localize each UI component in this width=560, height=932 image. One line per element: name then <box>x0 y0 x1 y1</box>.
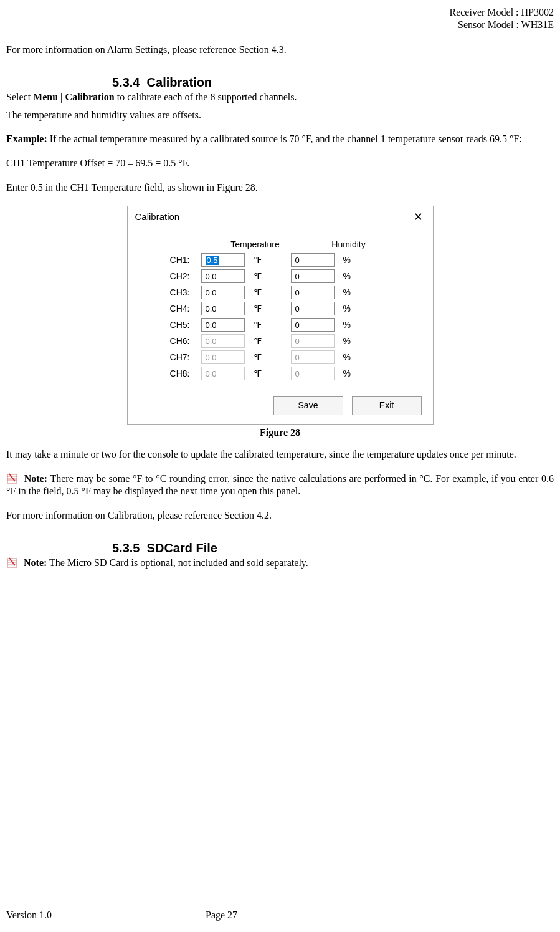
calibration-row: CH6:0.0℉0% <box>128 334 433 348</box>
calibration-row: CH5:0.0℉0% <box>128 318 433 332</box>
unit-percent: % <box>335 255 381 265</box>
page-header: Receiver Model : HP3002 Sensor Model : W… <box>6 6 554 31</box>
heading-534-num: 5.3.4 <box>112 75 140 89</box>
temperature-input[interactable]: 0.0 <box>201 318 245 332</box>
after-figure-para: It may take a minute or two for the cons… <box>6 448 554 461</box>
unit-fahrenheit: ℉ <box>245 336 291 346</box>
save-button[interactable]: Save <box>273 396 343 415</box>
enter-line: Enter 0.5 in the CH1 Temperature field, … <box>6 181 554 195</box>
unit-fahrenheit: ℉ <box>245 352 291 362</box>
calibration-row: CH8:0.0℉0% <box>128 367 433 380</box>
unit-percent: % <box>335 304 381 314</box>
page-number: Page 27 <box>206 910 237 921</box>
channel-label: CH4: <box>128 304 201 314</box>
figure-caption: Figure 28 <box>6 427 554 438</box>
example-label: Example: <box>6 133 47 144</box>
calib-ref-line: For more information on Calibration, ple… <box>6 509 554 522</box>
heading-534-title: Calibration <box>147 75 212 89</box>
svg-rect-0 <box>7 474 17 483</box>
unit-percent: % <box>335 271 381 281</box>
unit-fahrenheit: ℉ <box>245 271 291 281</box>
note-2: Note: The Micro SD Card is optional, not… <box>6 557 554 570</box>
dialog-titlebar: Calibration ✕ <box>128 206 433 228</box>
humidity-input: 0 <box>291 350 335 364</box>
temperature-input[interactable]: 0.5 <box>201 253 245 267</box>
channel-label: CH2: <box>128 271 201 281</box>
unit-percent: % <box>335 352 381 362</box>
humidity-input: 0 <box>291 334 335 348</box>
sensor-model: Sensor Model : WH31E <box>6 19 554 31</box>
receiver-model: Receiver Model : HP3002 <box>6 6 554 19</box>
humidity-input[interactable]: 0 <box>291 318 335 332</box>
channel-label: CH6: <box>128 336 201 346</box>
example-para: Example: If the actual temperature measu… <box>6 133 554 146</box>
heading-535: 5.3.5 SDCard File <box>112 541 554 555</box>
channel-label: CH1: <box>128 255 201 265</box>
calibration-row: CH2:0.0℉0% <box>128 269 433 283</box>
calibration-row: CH3:0.0℉0% <box>128 286 433 299</box>
calibration-row: CH7:0.0℉0% <box>128 350 433 364</box>
note1-label: Note: <box>24 473 47 484</box>
col-temperature: Temperature <box>209 239 302 249</box>
temperature-input[interactable]: 0.0 <box>201 286 245 299</box>
note-icon <box>6 473 19 484</box>
unit-fahrenheit: ℉ <box>245 368 291 378</box>
temperature-input[interactable]: 0.0 <box>201 269 245 283</box>
unit-percent: % <box>335 320 381 330</box>
calibration-row: CH1:0.5℉0% <box>128 253 433 267</box>
page-footer: Version 1.0 Page 27 <box>6 910 554 921</box>
channel-label: CH5: <box>128 320 201 330</box>
calibration-dialog: Calibration ✕ Temperature Humidity CH1:0… <box>127 206 434 425</box>
menu-path: Menu | Calibration <box>33 92 115 102</box>
channel-label: CH3: <box>128 287 201 297</box>
alarm-ref-line: For more information on Alarm Settings, … <box>6 44 554 57</box>
unit-percent: % <box>335 336 381 346</box>
unit-percent: % <box>335 287 381 297</box>
heading-535-num: 5.3.5 <box>112 541 140 555</box>
note-icon <box>6 557 19 568</box>
col-humidity: Humidity <box>302 239 396 249</box>
exit-button[interactable]: Exit <box>352 396 422 415</box>
unit-fahrenheit: ℉ <box>245 304 291 314</box>
unit-percent: % <box>335 368 381 378</box>
humidity-input[interactable]: 0 <box>291 286 335 299</box>
column-headers: Temperature Humidity <box>128 239 433 249</box>
select-line: Select Menu | Calibration to calibrate e… <box>6 91 554 104</box>
humidity-input: 0 <box>291 367 335 380</box>
channel-label: CH8: <box>128 368 201 378</box>
heading-535-title: SDCard File <box>147 541 217 555</box>
heading-534: 5.3.4 Calibration <box>112 75 554 90</box>
channel-label: CH7: <box>128 352 201 362</box>
humidity-input[interactable]: 0 <box>291 269 335 283</box>
offset-calc: CH1 Temperature Offset = 70 – 69.5 = 0.5… <box>6 157 554 170</box>
version-label: Version 1.0 <box>6 910 52 921</box>
dialog-title: Calibration <box>135 211 180 222</box>
calibration-row: CH4:0.0℉0% <box>128 302 433 315</box>
unit-fahrenheit: ℉ <box>245 287 291 297</box>
unit-fahrenheit: ℉ <box>245 255 291 265</box>
offsets-line: The temperature and humidity values are … <box>6 109 554 122</box>
close-icon[interactable]: ✕ <box>410 210 427 224</box>
temperature-input: 0.0 <box>201 367 245 380</box>
note-1: Note: There may be some °F to °C roundin… <box>6 473 554 499</box>
temperature-input: 0.0 <box>201 334 245 348</box>
temperature-input: 0.0 <box>201 350 245 364</box>
humidity-input[interactable]: 0 <box>291 253 335 267</box>
svg-rect-1 <box>7 559 17 567</box>
unit-fahrenheit: ℉ <box>245 320 291 330</box>
humidity-input[interactable]: 0 <box>291 302 335 315</box>
temperature-input[interactable]: 0.0 <box>201 302 245 315</box>
note2-label: Note: <box>24 557 47 568</box>
